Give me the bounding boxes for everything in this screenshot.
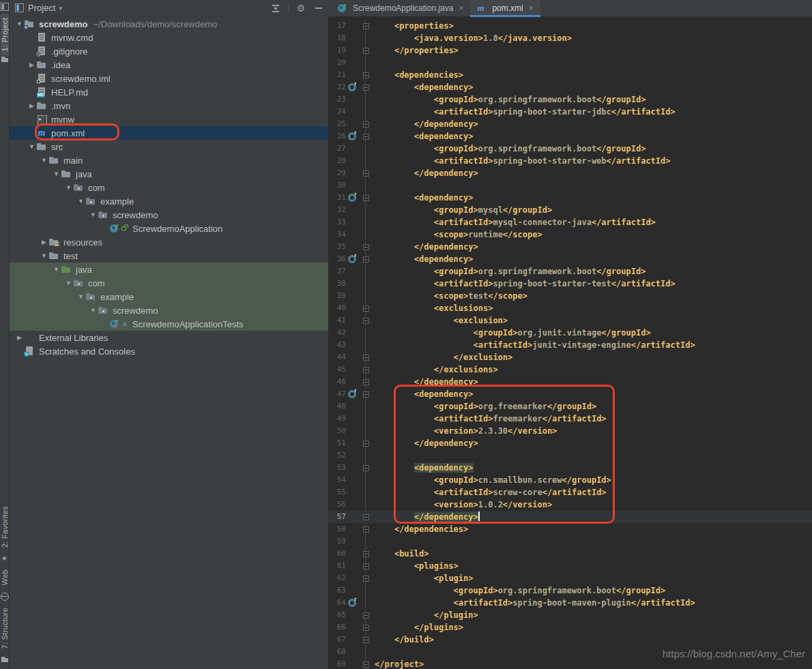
editor-line-51[interactable]: 51− </dependency> [328,437,812,449]
expander-open-icon[interactable]: ▼ [15,20,24,27]
editor-line-44[interactable]: 44− </exclusion> [328,351,812,363]
editor-line-47[interactable]: 47− <dependency> [328,388,812,400]
expander-open-icon[interactable]: ▼ [76,293,85,300]
tree-item-com[interactable]: ▼com [10,181,328,194]
expander-open-icon[interactable]: ▼ [52,266,61,273]
editor-line-20[interactable]: 20 [328,57,812,69]
expander-open-icon[interactable]: ▼ [27,143,36,150]
editor-line-57[interactable]: 57− </dependency> [328,511,812,523]
expander-open-icon[interactable]: ▼ [64,280,73,286]
expander-open-icon[interactable]: ▼ [64,184,73,191]
fold-end-icon[interactable]: − [363,526,369,533]
editor-line-60[interactable]: 60− <build> [328,548,812,560]
editor-line-53[interactable]: 53− <dependency> [328,462,812,474]
editor-line-24[interactable]: 24 <artifactId>spring-boot-starter-jdbc<… [328,106,812,118]
tree-item-src[interactable]: ▼src [10,140,328,153]
editor-line-62[interactable]: 62− <plugin> [328,572,812,584]
editor-line-64[interactable]: 64 <artifactId>spring-boot-maven-plugin<… [328,597,812,609]
tree-item-mvnw[interactable]: ▸mvnw [10,113,328,126]
project-panel-title[interactable]: Project [28,3,55,13]
fold-end-icon[interactable]: − [363,121,369,128]
maven-dependency-gutter-icon[interactable] [348,599,356,607]
editor-line-46[interactable]: 46− </dependency> [328,376,812,388]
tree-item-screwdemo.iml[interactable]: screwdemo.iml [10,72,328,85]
editor-line-21[interactable]: 21− <dependencies> [328,69,812,81]
maven-dependency-gutter-icon[interactable] [348,390,356,398]
fold-start-icon[interactable]: − [363,72,369,78]
fold-start-icon[interactable]: − [363,318,369,324]
editor-line-33[interactable]: 33 <artifactId>mysql-connector-java</art… [328,216,812,228]
editor-line-37[interactable]: 37 <groupId>org.springframework.boot</gr… [328,265,812,278]
editor-line-65[interactable]: 65− </plugin> [328,609,812,621]
tree-item-java[interactable]: ▼java [10,263,328,276]
editor-line-42[interactable]: 42 <groupId>org.junit.vintage</groupId> [328,327,812,339]
editor-line-35[interactable]: 35− </dependency> [328,241,812,253]
tree-item-test[interactable]: ▼test [10,249,328,263]
editor-line-66[interactable]: 66− </plugins> [328,621,812,634]
editor-line-43[interactable]: 43 <artifactId>junit-vintage-engine</art… [328,339,812,351]
tree-item-pom.xml[interactable]: mpom.xml [10,126,328,140]
editor-line-32[interactable]: 32 <groupId>mysql</groupId> [328,204,812,216]
maven-dependency-gutter-icon[interactable] [348,255,356,263]
expander-closed-icon[interactable]: ▶ [27,61,36,68]
tool-tab--structure[interactable]: 7: Structure [1,604,9,653]
editor-line-36[interactable]: 36− <dependency> [328,253,812,265]
editor-line-29[interactable]: 29− </dependency> [328,167,812,179]
tree-item-.idea[interactable]: ▶.idea [10,58,328,72]
tree-item-java[interactable]: ▼java [10,167,328,181]
close-icon[interactable]: × [529,3,534,13]
editor-line-41[interactable]: 41− <exclusion> [328,314,812,327]
editor-line-31[interactable]: 31− <dependency> [328,192,812,204]
tree-item-main[interactable]: ▼main [10,153,328,167]
tree-item-help.md[interactable]: MDHELP.md [10,85,328,99]
tool-tab--favorites[interactable]: 2: Favorites [1,502,9,552]
fold-end-icon[interactable]: − [363,170,369,177]
fold-start-icon[interactable]: − [363,551,369,557]
editor-line-56[interactable]: 56 <version>1.0.2</version> [328,499,812,511]
editor-line-59[interactable]: 59 [328,535,812,548]
gear-icon[interactable]: ⚙ [295,3,306,14]
fold-end-icon[interactable]: − [363,244,369,250]
fold-end-icon[interactable]: − [363,514,369,520]
editor-line-19[interactable]: 19− </properties> [328,44,812,57]
fold-end-icon[interactable]: − [363,355,369,361]
fold-end-icon[interactable]: − [363,637,369,643]
editor-line-18[interactable]: 18 <java.version>1.8</java.version> [328,32,812,44]
editor-line-52[interactable]: 52 [328,449,812,462]
editor-line-17[interactable]: 17− <properties> [328,20,812,32]
fold-start-icon[interactable]: − [363,256,369,263]
editor-line-22[interactable]: 22− <dependency> [328,81,812,93]
maven-dependency-gutter-icon[interactable] [348,83,356,91]
editor-line-63[interactable]: 63 <groupId>org.springframework.boot</gr… [328,584,812,597]
maven-dependency-gutter-icon[interactable] [348,194,356,202]
tool-tab-web[interactable]: Web [1,565,9,589]
window-menu-icon[interactable] [1,3,9,11]
editor-line-38[interactable]: 38 <artifactId>spring-boot-starter-test<… [328,278,812,290]
tree-item-.gitignore[interactable]: .gitignore [10,44,328,58]
fold-end-icon[interactable]: − [363,48,369,54]
tree-item-screwdemoapplication[interactable]: ScrewdemoApplication [10,222,328,235]
fold-start-icon[interactable]: − [363,195,369,201]
tree-item-external-libraries[interactable]: ▶External Libraries [10,331,328,344]
editor-line-69[interactable]: 69−</project> [328,658,812,669]
expander-closed-icon[interactable]: ▶ [40,239,48,246]
fold-start-icon[interactable]: − [363,576,369,582]
editor-line-34[interactable]: 34 <scope>runtime</scope> [328,228,812,241]
expander-open-icon[interactable]: ▼ [40,157,48,164]
editor-line-40[interactable]: 40− <exclusions> [328,302,812,314]
editor-line-61[interactable]: 61− <plugins> [328,560,812,572]
tree-item-resources[interactable]: ▶resources [10,235,328,249]
hide-panel-icon[interactable] [313,3,324,14]
editor-line-30[interactable]: 30 [328,179,812,192]
close-icon[interactable]: × [459,3,463,13]
editor-body[interactable]: 17− <properties>18 <java.version>1.8</ja… [328,17,812,669]
fold-start-icon[interactable]: − [363,306,369,312]
fold-start-icon[interactable]: − [363,134,369,140]
tree-item-mvnw.cmd[interactable]: mvnw.cmd [10,31,328,44]
maven-dependency-gutter-icon[interactable] [348,132,356,140]
fold-start-icon[interactable]: − [363,563,369,569]
tab-screwdemoapplication.java[interactable]: ScrewdemoApplication.java× [331,0,470,16]
editor-line-58[interactable]: 58− </dependencies> [328,523,812,535]
tree-item-screwdemo[interactable]: ▼screwdemo [10,303,328,317]
fold-start-icon[interactable]: − [363,391,369,398]
